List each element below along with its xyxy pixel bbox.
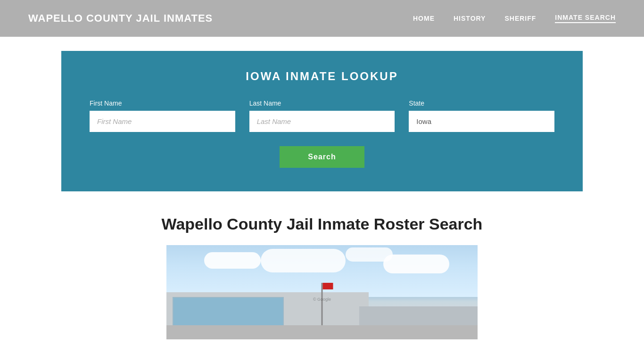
cloud-1: [204, 252, 261, 269]
nav-sheriff[interactable]: SHERIFF: [504, 15, 536, 22]
search-form: First Name Last Name State: [90, 99, 554, 132]
nav-history[interactable]: HISTORY: [454, 15, 486, 22]
first-name-input[interactable]: [90, 111, 235, 132]
last-name-label: Last Name: [249, 99, 395, 107]
search-title: IOWA INMATE LOOKUP: [90, 70, 554, 83]
cloud-2: [261, 249, 346, 272]
search-button-row: Search: [90, 146, 554, 168]
main-nav: HOME HISTORY SHERIFF INMATE SEARCH: [413, 14, 616, 23]
sub-header: [0, 37, 644, 51]
building-image: © Google: [166, 245, 478, 339]
search-section: IOWA INMATE LOOKUP First Name Last Name …: [61, 51, 583, 191]
last-name-input[interactable]: [249, 111, 395, 132]
first-name-group: First Name: [90, 99, 235, 132]
flag-pole: [322, 283, 323, 325]
header: WAPELLO COUNTY JAIL INMATES HOME HISTORY…: [0, 0, 644, 37]
roster-title: Wapello County Jail Inmate Roster Search: [28, 215, 616, 233]
state-label: State: [409, 99, 554, 107]
image-watermark: © Google: [313, 297, 331, 302]
last-name-group: Last Name: [249, 99, 395, 132]
site-title: WAPELLO COUNTY JAIL INMATES: [28, 12, 213, 25]
cloud-4: [346, 247, 393, 262]
ground: [166, 325, 478, 339]
first-name-label: First Name: [90, 99, 235, 107]
flag: [323, 283, 333, 289]
cloud-3: [383, 255, 449, 273]
nav-home[interactable]: HOME: [413, 15, 435, 22]
state-input[interactable]: [409, 111, 554, 132]
main-content: Wapello County Jail Inmate Roster Search…: [0, 191, 644, 339]
search-button[interactable]: Search: [280, 146, 364, 168]
state-group: State: [409, 99, 554, 132]
nav-inmate-search[interactable]: INMATE SEARCH: [555, 14, 616, 23]
